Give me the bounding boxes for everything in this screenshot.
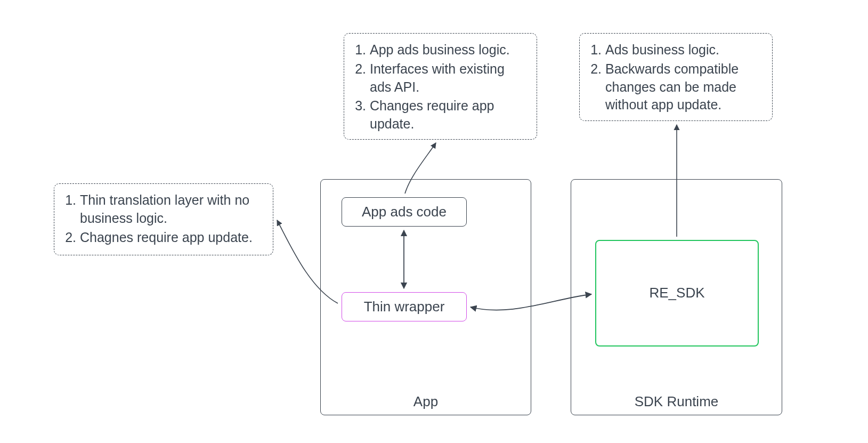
app-ads-code-node: App ads code <box>342 197 467 227</box>
note-top-mid-list: App ads business logic. Interfaces with … <box>356 41 527 133</box>
note-top-right-list: Ads business logic. Backwards compatible… <box>591 41 762 114</box>
sdk-runtime-container-label: SDK Runtime <box>571 393 782 410</box>
note-top-mid-item: App ads business logic. <box>370 41 527 59</box>
note-top-right-item: Backwards compatible changes can be made… <box>605 60 762 114</box>
note-left: Thin translation layer with no business … <box>54 183 273 255</box>
note-top-mid: App ads business logic. Interfaces with … <box>344 33 537 140</box>
note-top-mid-item: Interfaces with existing ads API. <box>370 60 527 96</box>
app-ads-code-label: App ads code <box>362 203 447 221</box>
note-top-right-item: Ads business logic. <box>605 41 762 59</box>
re-sdk-label: RE_SDK <box>649 284 704 302</box>
app-container-label: App <box>320 393 531 410</box>
re-sdk-node: RE_SDK <box>595 240 759 347</box>
note-top-mid-item: Changes require app update. <box>370 97 527 133</box>
note-top-right: Ads business logic. Backwards compatible… <box>579 33 773 121</box>
note-left-item: Thin translation layer with no business … <box>80 191 263 228</box>
note-left-item: Chagnes require app update. <box>80 229 263 247</box>
note-left-list: Thin translation layer with no business … <box>66 191 263 246</box>
thin-wrapper-node: Thin wrapper <box>342 292 467 321</box>
diagram-canvas: App SDK Runtime App ads code Thin wrappe… <box>0 0 868 443</box>
thin-wrapper-label: Thin wrapper <box>364 297 445 316</box>
